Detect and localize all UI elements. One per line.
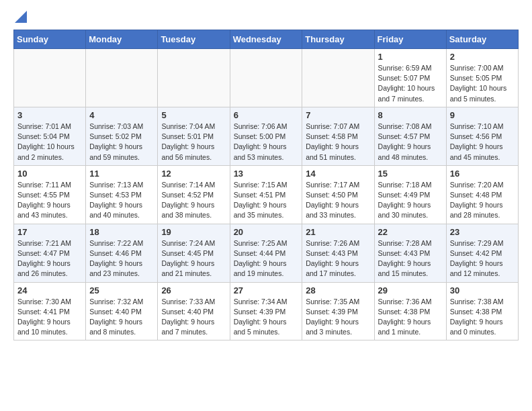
calendar-day-cell: 15Sunrise: 7:18 AM Sunset: 4:49 PM Dayli…	[374, 165, 446, 224]
calendar-day-cell: 3Sunrise: 7:01 AM Sunset: 5:04 PM Daylig…	[14, 107, 86, 165]
day-number: 15	[378, 169, 443, 179]
calendar-body: 1Sunrise: 6:59 AM Sunset: 5:07 PM Daylig…	[14, 49, 519, 340]
day-number: 19	[161, 227, 226, 237]
calendar-day-cell	[230, 49, 302, 107]
day-info: Sunrise: 7:15 AM Sunset: 4:51 PM Dayligh…	[234, 180, 299, 221]
calendar-day-cell: 13Sunrise: 7:15 AM Sunset: 4:51 PM Dayli…	[230, 165, 302, 224]
day-number: 25	[89, 285, 154, 295]
header	[13, 11, 519, 23]
day-info: Sunrise: 7:14 AM Sunset: 4:52 PM Dayligh…	[161, 180, 226, 221]
day-number: 17	[17, 227, 82, 237]
calendar-day-cell: 7Sunrise: 7:07 AM Sunset: 4:58 PM Daylig…	[302, 107, 374, 165]
calendar-day-cell	[14, 49, 86, 107]
day-number: 4	[89, 110, 154, 120]
day-info: Sunrise: 7:22 AM Sunset: 4:46 PM Dayligh…	[89, 238, 154, 279]
day-info: Sunrise: 7:10 AM Sunset: 4:56 PM Dayligh…	[450, 122, 515, 163]
day-number: 29	[378, 285, 443, 295]
calendar-day-cell: 19Sunrise: 7:24 AM Sunset: 4:45 PM Dayli…	[158, 224, 230, 282]
day-info: Sunrise: 6:59 AM Sunset: 5:07 PM Dayligh…	[378, 63, 443, 104]
day-info: Sunrise: 7:29 AM Sunset: 4:42 PM Dayligh…	[450, 238, 515, 279]
day-number: 12	[161, 169, 226, 179]
day-info: Sunrise: 7:18 AM Sunset: 4:49 PM Dayligh…	[378, 180, 443, 221]
day-info: Sunrise: 7:38 AM Sunset: 4:38 PM Dayligh…	[450, 297, 515, 338]
weekday-header-cell: Wednesday	[230, 30, 302, 49]
day-number: 10	[17, 169, 82, 179]
day-info: Sunrise: 7:34 AM Sunset: 4:39 PM Dayligh…	[234, 297, 299, 338]
calendar-day-cell: 25Sunrise: 7:32 AM Sunset: 4:40 PM Dayli…	[86, 282, 158, 340]
day-number: 26	[161, 285, 226, 295]
calendar-day-cell: 18Sunrise: 7:22 AM Sunset: 4:46 PM Dayli…	[86, 224, 158, 282]
calendar-day-cell: 2Sunrise: 7:00 AM Sunset: 5:05 PM Daylig…	[446, 49, 518, 107]
day-info: Sunrise: 7:20 AM Sunset: 4:48 PM Dayligh…	[450, 180, 515, 221]
day-number: 13	[234, 169, 299, 179]
day-number: 22	[378, 227, 443, 237]
calendar-week-row: 24Sunrise: 7:30 AM Sunset: 4:41 PM Dayli…	[14, 282, 519, 340]
weekday-header-cell: Tuesday	[158, 30, 230, 49]
calendar-table: SundayMondayTuesdayWednesdayThursdayFrid…	[13, 30, 519, 340]
day-number: 18	[89, 227, 154, 237]
weekday-header-cell: Saturday	[446, 30, 518, 49]
calendar-day-cell: 24Sunrise: 7:30 AM Sunset: 4:41 PM Dayli…	[14, 282, 86, 340]
calendar-day-cell: 9Sunrise: 7:10 AM Sunset: 4:56 PM Daylig…	[446, 107, 518, 165]
day-info: Sunrise: 7:36 AM Sunset: 4:38 PM Dayligh…	[378, 297, 443, 338]
day-info: Sunrise: 7:17 AM Sunset: 4:50 PM Dayligh…	[306, 180, 370, 221]
day-info: Sunrise: 7:30 AM Sunset: 4:41 PM Dayligh…	[17, 297, 82, 338]
day-info: Sunrise: 7:01 AM Sunset: 5:04 PM Dayligh…	[17, 122, 82, 163]
day-number: 8	[378, 110, 443, 120]
day-info: Sunrise: 7:35 AM Sunset: 4:39 PM Dayligh…	[306, 297, 370, 338]
calendar-day-cell: 6Sunrise: 7:06 AM Sunset: 5:00 PM Daylig…	[230, 107, 302, 165]
calendar-day-cell: 14Sunrise: 7:17 AM Sunset: 4:50 PM Dayli…	[302, 165, 374, 224]
day-number: 11	[89, 169, 154, 179]
day-info: Sunrise: 7:26 AM Sunset: 4:43 PM Dayligh…	[306, 238, 370, 279]
calendar-day-cell: 10Sunrise: 7:11 AM Sunset: 4:55 PM Dayli…	[14, 165, 86, 224]
calendar-day-cell: 20Sunrise: 7:25 AM Sunset: 4:44 PM Dayli…	[230, 224, 302, 282]
calendar-day-cell: 29Sunrise: 7:36 AM Sunset: 4:38 PM Dayli…	[374, 282, 446, 340]
day-number: 2	[450, 52, 515, 62]
day-number: 7	[306, 110, 370, 120]
calendar-day-cell: 23Sunrise: 7:29 AM Sunset: 4:42 PM Dayli…	[446, 224, 518, 282]
day-number: 30	[450, 285, 515, 295]
day-info: Sunrise: 7:25 AM Sunset: 4:44 PM Dayligh…	[234, 238, 299, 279]
calendar-day-cell	[86, 49, 158, 107]
day-info: Sunrise: 7:28 AM Sunset: 4:43 PM Dayligh…	[378, 238, 443, 279]
calendar-day-cell: 27Sunrise: 7:34 AM Sunset: 4:39 PM Dayli…	[230, 282, 302, 340]
day-number: 28	[306, 285, 370, 295]
day-number: 23	[450, 227, 515, 237]
day-number: 9	[450, 110, 515, 120]
calendar-day-cell	[302, 49, 374, 107]
calendar-day-cell: 5Sunrise: 7:04 AM Sunset: 5:01 PM Daylig…	[158, 107, 230, 165]
calendar-week-row: 3Sunrise: 7:01 AM Sunset: 5:04 PM Daylig…	[14, 107, 519, 165]
logo-icon	[15, 11, 27, 23]
weekday-header-cell: Friday	[374, 30, 446, 49]
calendar-day-cell: 1Sunrise: 6:59 AM Sunset: 5:07 PM Daylig…	[374, 49, 446, 107]
day-info: Sunrise: 7:00 AM Sunset: 5:05 PM Dayligh…	[450, 63, 515, 104]
day-info: Sunrise: 7:04 AM Sunset: 5:01 PM Dayligh…	[161, 122, 226, 163]
day-number: 3	[17, 110, 82, 120]
calendar-day-cell: 8Sunrise: 7:08 AM Sunset: 4:57 PM Daylig…	[374, 107, 446, 165]
day-info: Sunrise: 7:13 AM Sunset: 4:53 PM Dayligh…	[89, 180, 154, 221]
day-number: 14	[306, 169, 370, 179]
calendar-day-cell: 28Sunrise: 7:35 AM Sunset: 4:39 PM Dayli…	[302, 282, 374, 340]
day-info: Sunrise: 7:08 AM Sunset: 4:57 PM Dayligh…	[378, 122, 443, 163]
logo	[13, 11, 27, 23]
weekday-header-row: SundayMondayTuesdayWednesdayThursdayFrid…	[14, 30, 519, 49]
calendar-day-cell: 22Sunrise: 7:28 AM Sunset: 4:43 PM Dayli…	[374, 224, 446, 282]
svg-marker-0	[15, 11, 27, 23]
calendar-day-cell: 26Sunrise: 7:33 AM Sunset: 4:40 PM Dayli…	[158, 282, 230, 340]
day-number: 21	[306, 227, 370, 237]
calendar-day-cell: 17Sunrise: 7:21 AM Sunset: 4:47 PM Dayli…	[14, 224, 86, 282]
day-info: Sunrise: 7:33 AM Sunset: 4:40 PM Dayligh…	[161, 297, 226, 338]
day-info: Sunrise: 7:21 AM Sunset: 4:47 PM Dayligh…	[17, 238, 82, 279]
day-info: Sunrise: 7:32 AM Sunset: 4:40 PM Dayligh…	[89, 297, 154, 338]
day-number: 1	[378, 52, 443, 62]
day-number: 20	[234, 227, 299, 237]
day-number: 24	[17, 285, 82, 295]
weekday-header-cell: Sunday	[14, 30, 86, 49]
day-info: Sunrise: 7:11 AM Sunset: 4:55 PM Dayligh…	[17, 180, 82, 221]
calendar-week-row: 10Sunrise: 7:11 AM Sunset: 4:55 PM Dayli…	[14, 165, 519, 224]
day-number: 5	[161, 110, 226, 120]
calendar-day-cell: 12Sunrise: 7:14 AM Sunset: 4:52 PM Dayli…	[158, 165, 230, 224]
calendar-day-cell: 16Sunrise: 7:20 AM Sunset: 4:48 PM Dayli…	[446, 165, 518, 224]
day-info: Sunrise: 7:07 AM Sunset: 4:58 PM Dayligh…	[306, 122, 370, 163]
weekday-header-cell: Monday	[86, 30, 158, 49]
